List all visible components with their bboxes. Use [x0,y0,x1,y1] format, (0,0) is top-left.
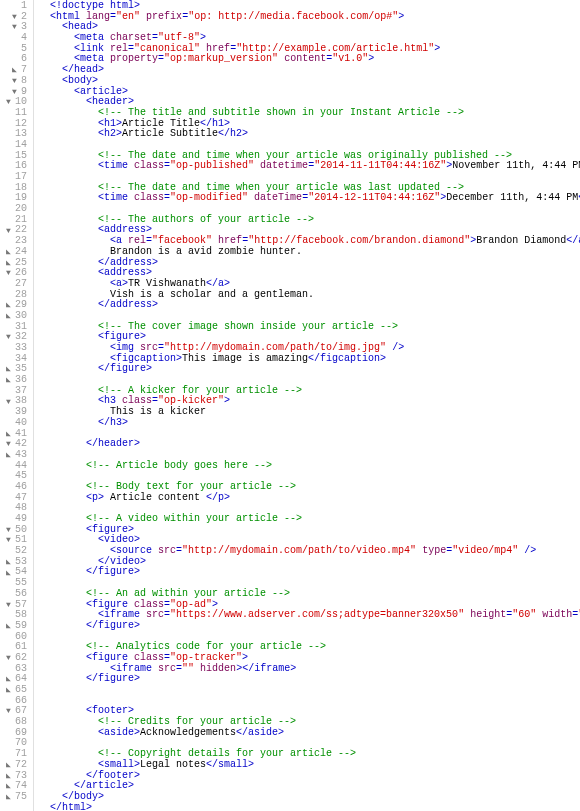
code-line[interactable]: </body> [38,792,576,803]
code-line[interactable]: </header> [38,439,576,450]
line-number[interactable]: 11 [4,108,27,119]
line-number[interactable]: ◣59 [4,621,27,632]
code-line[interactable]: <time class="op-modified" dateTime="2014… [38,193,576,204]
line-number[interactable]: ◣75 [4,792,27,803]
code-line[interactable]: </html> [38,803,576,811]
code-line[interactable]: </figure> [38,621,576,632]
code-line[interactable]: </head> [38,65,576,76]
code-line[interactable]: </figure> [38,567,576,578]
code-line[interactable]: </address> [38,300,576,311]
code-line[interactable]: <p> Article content </p> [38,493,576,504]
code-line[interactable]: </h3> [38,418,576,429]
line-number[interactable]: 56 [4,589,27,600]
code-line[interactable]: </figure> [38,674,576,685]
line-number[interactable]: ◣24 [4,247,27,258]
code-line[interactable] [38,685,576,696]
code-line[interactable]: </article> [38,781,576,792]
code-line[interactable]: <html lang="en" prefix="op: http://media… [38,12,576,23]
line-number[interactable]: 40 [4,418,27,429]
code-line[interactable]: </figure> [38,364,576,375]
line-number-gutter: 1▼2▼3456◣7▼8▼9▼101112131415161718192021▼… [0,0,34,811]
code-line[interactable]: <!-- Article body goes here --> [38,461,576,472]
line-number[interactable]: ◣72 [4,760,27,771]
line-number[interactable]: ◣43 [4,450,27,461]
code-line[interactable]: <aside>Acknowledgements</aside> [38,728,576,739]
line-number[interactable]: ▼8 [4,76,27,87]
code-editor-area[interactable]: <!doctype html> <html lang="en" prefix="… [34,0,580,811]
code-line[interactable]: <time class="op-published" datetime="201… [38,161,576,172]
line-number[interactable]: 27 [4,279,27,290]
code-line[interactable]: <h2>Article Subtitle</h2> [38,129,576,140]
code-line[interactable]: <meta property="op:markup_version" conte… [38,54,576,65]
